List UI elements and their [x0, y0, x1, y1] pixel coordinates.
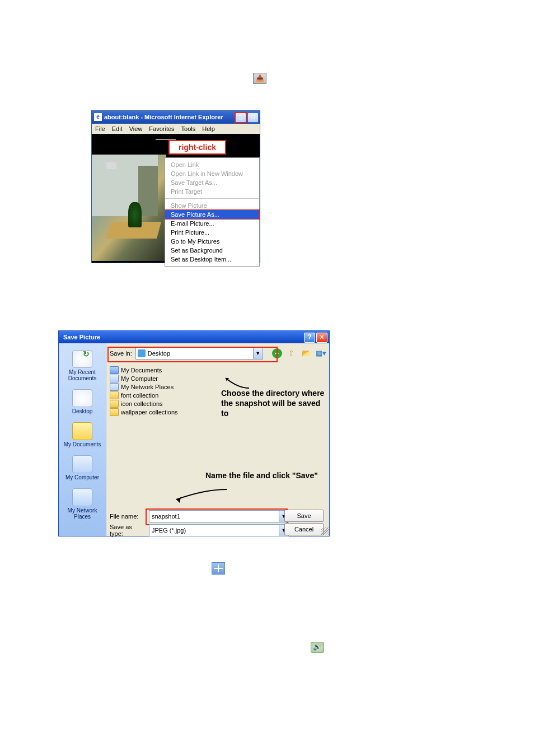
menu-view[interactable]: View	[129, 125, 143, 132]
arrow-icon	[221, 375, 255, 390]
cancel-button[interactable]: Cancel	[284, 523, 324, 535]
places-bar: My Recent Documents Desktop My Documents…	[59, 343, 106, 536]
menu-edit[interactable]: Edit	[112, 125, 123, 132]
menu-favorites[interactable]: Favorites	[149, 125, 174, 132]
help-button[interactable]: ?	[304, 333, 315, 343]
back-icon[interactable]: ←	[272, 348, 282, 358]
list-item[interactable]: icon collections	[110, 400, 178, 408]
file-listing: My Documents My Computer My Network Plac…	[110, 366, 178, 417]
up-one-level-icon[interactable]: ⇧	[287, 348, 297, 358]
resize-grip-icon[interactable]	[321, 528, 329, 535]
folder-icon	[110, 391, 119, 399]
ctx-set-as-background[interactable]: Set as Background	[165, 246, 259, 255]
ctx-open-link[interactable]: Open Link	[165, 160, 259, 169]
plus-icon	[212, 562, 225, 575]
desktop-combo-icon	[138, 349, 146, 357]
ctx-email-picture[interactable]: E-mail Picture...	[165, 219, 259, 228]
ie-menubar: File Edit View Favorites Tools Help	[92, 124, 260, 134]
my-network-icon	[72, 488, 92, 506]
ctx-set-as-desktop-item[interactable]: Set as Desktop Item...	[165, 255, 259, 264]
ie-title-text: about:blank - Microsoft Internet Explore…	[104, 114, 223, 120]
my-computer-icon	[72, 455, 92, 473]
list-item[interactable]: wallpaper collections	[110, 408, 178, 416]
save-as-type-combo[interactable]: JPEG (*.jpg) ▼	[149, 524, 289, 536]
ctx-save-picture-as[interactable]: Save Picture As...	[165, 210, 259, 219]
file-name-row: File name: snapshot1 ▼	[110, 510, 289, 522]
context-menu: Open Link Open Link in New Window Save T…	[165, 157, 260, 267]
ctx-save-target-as[interactable]: Save Target As...	[165, 178, 259, 187]
menu-tools[interactable]: Tools	[181, 125, 196, 132]
file-name-input[interactable]: snapshot1 ▼	[149, 510, 289, 522]
place-desktop[interactable]: Desktop	[72, 389, 93, 414]
menu-file[interactable]: File	[95, 125, 105, 132]
save-picture-dialog: Save Picture ? × My Recent Documents Des…	[58, 330, 330, 536]
save-button[interactable]: Save	[284, 510, 324, 522]
close-button[interactable]: ×	[316, 333, 327, 343]
annotation-right-click: right-click	[168, 140, 226, 155]
list-item[interactable]: My Network Places	[110, 383, 178, 391]
folder-icon	[110, 366, 119, 374]
list-item[interactable]: font collection	[110, 391, 178, 399]
save-in-combo[interactable]: Desktop ▼	[135, 347, 263, 360]
ctx-show-picture[interactable]: Show Picture	[165, 201, 259, 210]
place-my-computer[interactable]: My Computer	[65, 455, 99, 480]
folder-icon	[110, 400, 119, 408]
chevron-down-icon[interactable]: ▼	[253, 348, 263, 359]
save-dialog-title: Save Picture	[63, 334, 100, 340]
my-documents-icon	[72, 422, 92, 440]
snapshot-icon-glyph: 📥	[256, 74, 264, 82]
speaker-icon	[311, 642, 324, 653]
annotation-name-file: Name the file and click "Save"	[205, 471, 318, 480]
save-in-value: Desktop	[148, 350, 170, 357]
save-in-row: Save in: Desktop ▼ ← ⇧ 📂 ▦▾	[106, 343, 329, 363]
arrow-icon	[171, 486, 232, 505]
ctx-open-link-new-window[interactable]: Open Link in New Window	[165, 169, 259, 178]
snapshot-icon: 📥	[253, 73, 266, 84]
ctx-print-target[interactable]: Print Target	[165, 187, 259, 196]
ctx-go-to-my-pictures[interactable]: Go to My Pictures	[165, 237, 259, 246]
folder-icon	[110, 408, 119, 416]
desktop-icon	[72, 389, 92, 407]
ie-logo-icon: e	[94, 113, 102, 121]
maximize-button[interactable]: □	[247, 113, 259, 123]
save-as-type-value: JPEG (*.jpg)	[152, 527, 186, 534]
save-in-label: Save in:	[110, 350, 132, 357]
views-icon[interactable]: ▦▾	[316, 348, 326, 358]
save-as-type-row: Save as type: JPEG (*.jpg) ▼	[110, 524, 289, 537]
place-my-network[interactable]: My Network Places	[59, 488, 106, 520]
ie-content: right-click Open Link Open Link in New W…	[92, 134, 260, 263]
file-name-value: snapshot1	[152, 513, 180, 520]
save-as-type-label: Save as type:	[110, 524, 144, 537]
highlight-maximize	[235, 112, 247, 123]
save-dialog-right: Save in: Desktop ▼ ← ⇧ 📂 ▦▾ My Documents…	[106, 343, 329, 536]
ie-titlebar: e about:blank - Microsoft Internet Explo…	[92, 111, 260, 124]
place-my-documents[interactable]: My Documents	[64, 422, 101, 447]
menu-help[interactable]: Help	[202, 125, 215, 132]
camera-snapshot-image[interactable]	[92, 155, 166, 261]
annotation-choose-directory: Choose the directory where the snapshot …	[221, 388, 329, 418]
new-folder-icon[interactable]: 📂	[301, 348, 311, 358]
network-icon	[110, 383, 119, 391]
list-item[interactable]: My Documents	[110, 366, 178, 374]
computer-icon	[110, 375, 119, 382]
recent-icon	[72, 350, 92, 368]
place-recent[interactable]: My Recent Documents	[59, 350, 106, 381]
list-item[interactable]: My Computer	[110, 375, 178, 382]
ie-window: e about:blank - Microsoft Internet Explo…	[91, 110, 260, 263]
file-name-label: File name:	[110, 513, 144, 520]
save-dialog-titlebar: Save Picture ? ×	[59, 331, 329, 343]
ctx-print-picture[interactable]: Print Picture...	[165, 228, 259, 237]
